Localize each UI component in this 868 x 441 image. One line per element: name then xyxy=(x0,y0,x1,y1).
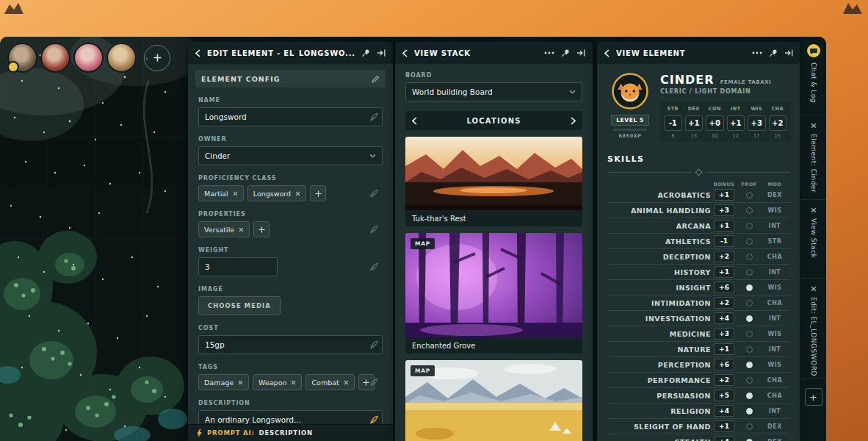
dock-tab-edit-longsword[interactable]: Edit: EL_LONGSWORD xyxy=(800,279,826,379)
carousel-next-icon[interactable] xyxy=(571,117,576,125)
skill-row[interactable]: MEDICINE+3WIS xyxy=(607,326,790,342)
skill-row[interactable]: ARCANA+1INT xyxy=(607,218,790,234)
ability-mod[interactable]: +2 xyxy=(769,115,787,131)
skill-row[interactable]: SLEIGHT OF HAND+1DEX xyxy=(607,419,790,434)
chip[interactable]: Combat xyxy=(305,374,354,390)
close-icon[interactable] xyxy=(295,191,300,196)
skill-bonus[interactable]: +3 xyxy=(714,204,734,216)
pin-icon[interactable] xyxy=(361,49,370,57)
character-avatar[interactable] xyxy=(612,73,648,110)
close-icon[interactable] xyxy=(239,227,244,232)
skill-bonus[interactable]: +5 xyxy=(714,390,734,401)
dock-to-side-icon[interactable] xyxy=(576,49,585,57)
skill-bonus[interactable]: +2 xyxy=(714,374,734,386)
location-card[interactable]: MAP xyxy=(405,360,582,441)
weight-input[interactable]: 3 xyxy=(198,257,278,276)
ability-mod[interactable]: +1 xyxy=(727,115,745,131)
skill-bonus[interactable]: -1 xyxy=(714,235,734,247)
skill-bonus[interactable]: +6 xyxy=(714,359,734,370)
skill-bonus[interactable]: +1 xyxy=(714,343,734,355)
pin-icon[interactable] xyxy=(769,49,778,57)
skill-bonus[interactable]: +2 xyxy=(714,251,734,262)
skill-row[interactable]: ANIMAL HANDLING+3WIS xyxy=(607,203,790,218)
quill-icon[interactable] xyxy=(369,262,379,272)
chip[interactable]: Longsword xyxy=(247,185,306,201)
ability-mod[interactable]: +3 xyxy=(748,115,766,131)
pin-icon[interactable] xyxy=(561,49,570,57)
player-avatar[interactable] xyxy=(106,43,137,73)
player-avatar[interactable] xyxy=(73,43,104,73)
skill-row[interactable]: ATHLETICS-1STR xyxy=(607,234,790,249)
more-options-icon[interactable] xyxy=(544,51,554,54)
skill-bonus[interactable]: +2 xyxy=(714,297,734,309)
skill-bonus[interactable]: +1 xyxy=(714,220,734,232)
cost-input[interactable]: 15gp xyxy=(198,335,383,354)
back-chevron-icon[interactable] xyxy=(604,49,610,57)
quill-icon-gold[interactable] xyxy=(369,415,379,425)
owner-select[interactable]: Cinder xyxy=(198,146,383,165)
choose-media-button[interactable]: CHOOSE MEDIA xyxy=(198,296,281,315)
player-avatar[interactable] xyxy=(7,43,37,73)
skill-bonus[interactable]: +3 xyxy=(714,328,734,340)
skill-bonus[interactable]: +6 xyxy=(714,282,734,293)
dock-to-side-icon[interactable] xyxy=(377,49,386,57)
close-icon[interactable] xyxy=(811,207,817,213)
pencil-icon[interactable] xyxy=(372,75,380,83)
quill-icon[interactable] xyxy=(369,378,379,387)
close-icon[interactable] xyxy=(344,380,349,385)
skill-row[interactable]: HISTORY+1INT xyxy=(607,265,790,280)
skill-row[interactable]: PERSUASION+5CHA xyxy=(607,388,790,404)
name-input[interactable]: Longsword xyxy=(198,107,383,126)
close-icon[interactable] xyxy=(811,286,817,292)
more-options-icon[interactable] xyxy=(752,51,762,54)
skill-bonus[interactable]: +1 xyxy=(714,420,734,432)
world-map[interactable] xyxy=(0,37,192,441)
skill-row[interactable]: INSIGHT+6WIS xyxy=(607,280,790,295)
skill-row[interactable]: INTIMIDATION+2CHA xyxy=(607,295,790,311)
carousel-prev-icon[interactable] xyxy=(412,117,417,125)
ability-mod[interactable]: +1 xyxy=(685,115,704,131)
player-avatar[interactable] xyxy=(40,43,70,73)
skill-bonus[interactable]: +4 xyxy=(714,312,734,324)
skill-row[interactable]: ACROBATICS+1DEX xyxy=(607,187,790,203)
skill-bonus[interactable]: +1 xyxy=(714,266,734,278)
quill-icon[interactable] xyxy=(369,225,379,234)
dock-to-side-icon[interactable] xyxy=(784,49,793,57)
skill-bonus[interactable]: +4 xyxy=(714,405,734,417)
skill-row[interactable]: INVESTIGATION+4INT xyxy=(607,311,790,326)
skill-row[interactable]: PERFORMANCE+2CHA xyxy=(607,373,790,388)
chip[interactable]: Damage xyxy=(198,374,249,390)
ability-mod[interactable]: +0 xyxy=(706,115,724,131)
dock-tab-view-stack[interactable]: View Stack xyxy=(800,200,826,279)
close-icon[interactable] xyxy=(238,380,243,385)
skill-row[interactable]: RELIGION+4INT xyxy=(607,404,790,419)
chip[interactable]: Weapon xyxy=(253,374,302,390)
add-panel-button[interactable]: + xyxy=(805,388,822,406)
quill-icon[interactable] xyxy=(369,189,379,198)
add-chip-button[interactable] xyxy=(253,221,270,237)
ability-mod[interactable]: -1 xyxy=(664,115,682,131)
close-icon[interactable] xyxy=(233,191,238,196)
add-chip-button[interactable] xyxy=(310,185,326,201)
skill-bonus[interactable]: +4 xyxy=(714,436,734,441)
chip[interactable]: Versatile xyxy=(198,221,250,237)
dock-tab-chat[interactable]: Chat & Log xyxy=(800,37,826,115)
skill-row[interactable]: PERCEPTION+6WIS xyxy=(607,357,790,373)
close-icon[interactable] xyxy=(811,123,817,129)
skill-row[interactable]: STEALTH+4DEX xyxy=(607,434,790,441)
chip[interactable]: Martial xyxy=(198,185,244,201)
description-input[interactable]: An ordinary Longsword... xyxy=(198,410,383,424)
skill-row[interactable]: DECEPTION+2CHA xyxy=(607,249,790,265)
close-icon[interactable] xyxy=(291,380,296,385)
back-chevron-icon[interactable] xyxy=(402,49,408,57)
quill-icon[interactable] xyxy=(369,340,379,350)
dock-tab-element-cinder[interactable]: Element: Cinder xyxy=(800,115,826,200)
add-player-button[interactable] xyxy=(144,45,170,71)
skill-row[interactable]: NATURE+1INT xyxy=(607,342,790,357)
prompt-ai-bar[interactable]: PROMPT AI: DESCRIPTION xyxy=(188,424,393,441)
back-chevron-icon[interactable] xyxy=(195,49,200,57)
board-select[interactable]: World building Board xyxy=(405,82,582,101)
location-card[interactable]: MAP Enchanted Grove xyxy=(405,233,582,354)
quill-icon[interactable] xyxy=(369,112,379,122)
location-card[interactable]: Tuk-thar's Rest xyxy=(405,137,582,226)
